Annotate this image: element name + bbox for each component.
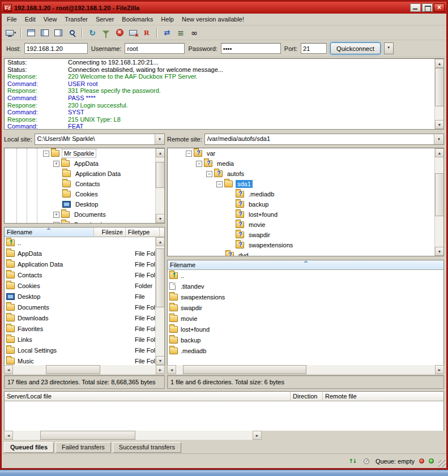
- file-row[interactable]: ..: [5, 237, 164, 248]
- scroll-right-button[interactable]: ►: [253, 431, 262, 440]
- remote-tree-item[interactable]: −media: [168, 158, 443, 169]
- scrollbar-thumb[interactable]: [156, 162, 165, 188]
- remote-tree-scrollbar[interactable]: ▲ ▼: [434, 148, 443, 256]
- column-header-direction[interactable]: Direction: [291, 392, 323, 401]
- file-row[interactable]: CookiesFolder: [5, 280, 164, 291]
- queue-hscrollbar[interactable]: ◄ ►: [4, 431, 262, 440]
- remote-site-combo[interactable]: /var/media/autofs/sda1: [204, 134, 444, 145]
- file-row[interactable]: .mediadb: [168, 345, 443, 356]
- menu-view[interactable]: View: [40, 14, 61, 24]
- local-tree-item[interactable]: Cookies: [5, 189, 164, 199]
- file-row[interactable]: lost+found: [168, 324, 443, 335]
- remote-tree-item[interactable]: swapdir: [168, 230, 443, 240]
- local-tree-item[interactable]: Contacts: [5, 179, 164, 189]
- cancel-button[interactable]: [113, 27, 126, 39]
- menu-transfer[interactable]: Transfer: [61, 14, 92, 24]
- scroll-down-button[interactable]: ▼: [156, 356, 165, 365]
- expand-icon[interactable]: +: [53, 212, 59, 218]
- remote-tree-item[interactable]: backup: [168, 199, 443, 209]
- toggle-remote-tree-button[interactable]: [52, 27, 65, 39]
- file-row[interactable]: ContactsFile Folder: [5, 269, 164, 280]
- site-manager-button[interactable]: ▾: [4, 27, 18, 39]
- scroll-up-button[interactable]: ▲: [435, 148, 444, 157]
- scrollbar-thumb[interactable]: [183, 365, 306, 374]
- file-row[interactable]: swapdir: [168, 302, 443, 313]
- scroll-up-button[interactable]: ▲: [156, 237, 165, 246]
- local-tree-item[interactable]: +Downloads: [5, 220, 164, 224]
- toggle-queue-button[interactable]: [65, 27, 79, 39]
- menu-edit[interactable]: Edit: [21, 14, 40, 24]
- file-row[interactable]: ..: [168, 270, 443, 281]
- minimize-button[interactable]: [410, 3, 421, 12]
- local-tree-item[interactable]: −Mr Sparkle: [5, 148, 164, 158]
- local-list-scrollbar[interactable]: ▲ ▼: [155, 237, 164, 365]
- scroll-left-button[interactable]: ◄: [4, 365, 13, 374]
- file-row[interactable]: DownloadsFile Folder: [5, 312, 164, 323]
- remote-tree-item[interactable]: movie: [168, 220, 443, 230]
- scroll-left-button[interactable]: ◄: [167, 365, 176, 374]
- menu-bookmarks[interactable]: Bookmarks: [118, 14, 157, 24]
- port-input[interactable]: [301, 43, 327, 54]
- collapse-icon[interactable]: −: [206, 171, 212, 177]
- maximize-button[interactable]: [422, 3, 433, 12]
- file-row[interactable]: AppDataFile Folder: [5, 248, 164, 259]
- column-header-filename[interactable]: Filename: [5, 228, 94, 237]
- tab-successful-transfers[interactable]: Successful transfers: [113, 442, 181, 453]
- username-input[interactable]: [125, 43, 185, 54]
- disconnect-button[interactable]: [126, 27, 140, 39]
- file-row[interactable]: Local SettingsFile Folder: [5, 345, 164, 355]
- refresh-button[interactable]: [86, 27, 99, 39]
- collapse-icon[interactable]: −: [43, 151, 49, 157]
- menu-server[interactable]: Server: [92, 14, 118, 24]
- filter-button[interactable]: [99, 27, 113, 39]
- file-row[interactable]: MusicFile Folder: [5, 355, 164, 365]
- dropdown-arrow-icon[interactable]: [434, 134, 443, 144]
- file-row[interactable]: LinksFile Folder: [5, 334, 164, 345]
- toggle-log-button[interactable]: [24, 27, 38, 39]
- column-header-filename[interactable]: Filename: [168, 260, 443, 269]
- menu-help[interactable]: Help: [157, 14, 178, 24]
- remote-list-hscrollbar[interactable]: ◄ ►: [167, 365, 444, 374]
- quickconnect-dropdown-button[interactable]: [384, 42, 394, 54]
- remote-tree-item[interactable]: dvd: [168, 250, 443, 256]
- compare-button[interactable]: [160, 27, 174, 39]
- remote-tree-item[interactable]: −autofs: [168, 169, 443, 179]
- scroll-down-button[interactable]: ▼: [435, 247, 444, 256]
- collapse-icon[interactable]: −: [186, 151, 192, 157]
- file-row[interactable]: DesktopFile: [5, 291, 164, 302]
- column-header-filesize[interactable]: Filesize: [94, 228, 126, 237]
- file-row[interactable]: backup: [168, 335, 443, 345]
- expand-icon[interactable]: +: [53, 161, 59, 167]
- resize-grip[interactable]: [438, 460, 446, 468]
- remote-tree-item[interactable]: −var: [168, 148, 443, 158]
- local-tree-item[interactable]: +AppData: [5, 158, 164, 169]
- sync-browsing-button[interactable]: [174, 27, 187, 39]
- scroll-right-button[interactable]: ►: [435, 365, 444, 374]
- scrollbar-thumb[interactable]: [156, 248, 165, 307]
- scroll-up-button[interactable]: ▲: [435, 59, 444, 68]
- find-button[interactable]: [187, 27, 201, 39]
- local-tree-scrollbar[interactable]: ▲ ▼: [155, 148, 164, 223]
- speed-limit-icon[interactable]: ↑↓: [348, 457, 357, 465]
- toggle-local-tree-button[interactable]: [38, 27, 52, 39]
- local-site-combo[interactable]: C:\Users\Mr Sparkle\: [35, 134, 165, 145]
- file-row[interactable]: Application DataFile Folder: [5, 259, 164, 269]
- file-row[interactable]: DocumentsFile Folder: [5, 302, 164, 312]
- remote-tree-item[interactable]: .mediadb: [168, 189, 443, 199]
- scroll-up-button[interactable]: ▲: [156, 148, 165, 157]
- close-button[interactable]: [434, 3, 445, 12]
- scroll-down-button[interactable]: ▼: [435, 120, 444, 129]
- scrollbar-thumb[interactable]: [46, 365, 100, 374]
- column-header-remote-file[interactable]: Remote file: [323, 392, 443, 401]
- scrollbar-thumb[interactable]: [435, 173, 444, 216]
- remote-tree-item[interactable]: −sda1: [168, 179, 443, 189]
- menu-file[interactable]: File: [3, 14, 21, 24]
- column-header-filetype[interactable]: Filetype: [126, 228, 160, 237]
- scroll-left-button[interactable]: ◄: [4, 431, 13, 440]
- reconnect-button[interactable]: [140, 27, 153, 39]
- local-list-hscrollbar[interactable]: ◄ ►: [4, 365, 165, 374]
- host-input[interactable]: [24, 43, 88, 54]
- activity-gauge-icon[interactable]: [362, 457, 371, 465]
- tab-failed-transfers[interactable]: Failed transfers: [56, 442, 111, 453]
- password-input[interactable]: [221, 43, 281, 54]
